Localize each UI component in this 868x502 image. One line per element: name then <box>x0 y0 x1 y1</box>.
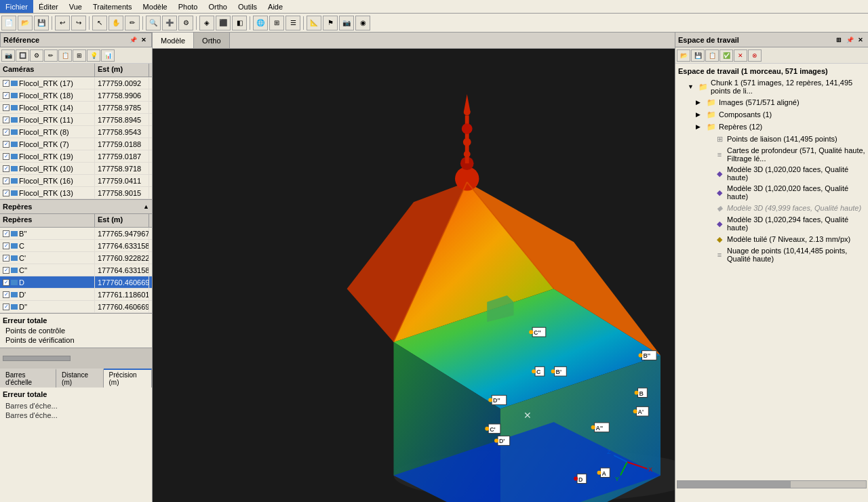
nuage-item[interactable]: ≡ Nuage de points (10,414,485 points, Qu… <box>677 245 867 264</box>
menu-fichier[interactable]: Fichier <box>0 0 33 13</box>
table-row[interactable]: Flocol_RTK (7) 177759.0188 <box>0 138 152 150</box>
menu-outils[interactable]: Outils <box>233 0 262 13</box>
ws-icon4[interactable]: ✅ <box>719 49 733 62</box>
ref-icon1[interactable]: 📷 <box>1 49 15 62</box>
view3d-btn[interactable]: ◈ <box>199 16 214 30</box>
checkbox[interactable] <box>3 92 9 99</box>
close-icon[interactable]: ✕ <box>139 35 149 45</box>
table-row[interactable]: Flocol_RTK (11) 177758.8945 <box>0 114 152 126</box>
checkbox[interactable] <box>3 230 9 237</box>
checkbox[interactable] <box>3 153 9 160</box>
workspace-close-icon[interactable]: ✕ <box>856 35 865 45</box>
images-item[interactable]: ▶ 📁 Images (571/571 aligné) <box>677 96 867 108</box>
ref-icon2[interactable]: 🔲 <box>16 49 29 62</box>
table-row[interactable]: C 177764.633158 <box>0 240 152 252</box>
globe-btn[interactable]: 🌐 <box>253 16 268 30</box>
menu-photo[interactable]: Photo <box>173 0 203 13</box>
checkbox[interactable] <box>3 255 9 262</box>
checkbox[interactable] <box>3 267 9 274</box>
menu-modele[interactable]: Modèle <box>138 0 173 13</box>
new-btn[interactable]: 📄 <box>1 16 16 30</box>
ws-icon3[interactable]: 📋 <box>705 49 719 62</box>
marker-btn[interactable]: ◉ <box>355 16 370 30</box>
photo-btn[interactable]: 📷 <box>339 16 354 30</box>
points-verification[interactable]: Points de vérification <box>3 335 149 345</box>
tab-modele[interactable]: Modèle <box>153 33 194 48</box>
viewport-content[interactable]: C'' B'' C B' D'' <box>153 49 675 502</box>
table-row[interactable]: Flocol_RTK (16) 177759.0411 <box>0 175 152 187</box>
checkbox[interactable] <box>3 129 9 135</box>
menu-ortho[interactable]: Ortho <box>203 0 233 13</box>
reperes-item[interactable]: ▶ 📁 Repères (12) <box>677 121 867 133</box>
right-scrollbar[interactable] <box>677 480 867 488</box>
pan-btn[interactable]: ➕ <box>162 16 177 30</box>
layers-btn[interactable]: ☰ <box>285 16 300 30</box>
modele3d-3-item[interactable]: ◆ Modèle 3D (49,999 faces, Qualité haute… <box>677 202 867 214</box>
modele3d-2-item[interactable]: ◆ Modèle 3D (1,020,020 faces, Qualité ha… <box>677 183 867 202</box>
ws-icon1[interactable]: 📂 <box>677 49 690 62</box>
checkbox[interactable] <box>3 104 9 111</box>
menu-editer[interactable]: Éditer <box>33 0 64 13</box>
table-row[interactable]: C'' 177764.633158 <box>0 264 152 276</box>
tab-barres-echelle[interactable]: Barres d'échelle <box>0 369 56 388</box>
checkbox[interactable] <box>3 243 9 249</box>
tab-precision[interactable]: Précision (m) <box>104 369 153 388</box>
right-scrollbar-thumb[interactable] <box>677 481 791 488</box>
checkbox[interactable] <box>3 291 9 298</box>
redo-btn[interactable]: ↪ <box>71 16 86 30</box>
table-row[interactable]: Flocol_RTK (19) 177759.0187 <box>0 150 152 163</box>
menu-aide[interactable]: Aide <box>262 0 288 13</box>
menu-vue[interactable]: Vue <box>64 0 87 13</box>
modele3d-4-item[interactable]: ◆ Modèle 3D (1,020,294 faces, Qualité ha… <box>677 214 867 233</box>
viewtop-btn[interactable]: ⬛ <box>216 16 231 30</box>
table-row[interactable]: B'' 177765.947967 <box>0 228 152 240</box>
ref-icon8[interactable]: 📊 <box>101 49 115 62</box>
checkbox[interactable] <box>3 165 9 172</box>
checkbox[interactable] <box>3 141 9 148</box>
table-row[interactable]: Flocol_RTK (14) 177758.9785 <box>0 102 152 114</box>
checkbox[interactable] <box>3 279 9 286</box>
table-row[interactable]: D' 177761.118601 <box>0 289 152 301</box>
tab-distance[interactable]: Distance (m) <box>56 369 103 388</box>
undo-btn[interactable]: ↩ <box>55 16 70 30</box>
filter-btn[interactable]: ⊞ <box>269 16 284 30</box>
ref-icon7[interactable]: 💡 <box>87 49 100 62</box>
pin-icon[interactable]: 📌 <box>128 35 138 45</box>
barres2[interactable]: Barres d'éche... <box>3 411 149 420</box>
ref-icon6[interactable]: ⊞ <box>73 49 86 62</box>
ws-icon6[interactable]: ⊗ <box>748 49 762 62</box>
points-controle[interactable]: Points de contrôle <box>3 326 149 335</box>
select-btn[interactable]: ↖ <box>92 16 107 30</box>
checkbox[interactable] <box>3 80 9 87</box>
table-row[interactable]: Flocol_RTK (18) 177758.9906 <box>0 89 152 102</box>
viewside-btn[interactable]: ◧ <box>232 16 247 30</box>
cartes-item[interactable]: ≡ Cartes de profondeur (571, Qualité hau… <box>677 145 867 164</box>
table-row[interactable]: Flocol_RTK (17) 177759.0092 <box>0 77 152 89</box>
ref-icon3[interactable]: ⚙ <box>30 49 43 62</box>
ref-icon5[interactable]: 📋 <box>58 49 72 62</box>
table-row[interactable]: Flocol_RTK (10) 177758.9718 <box>0 163 152 175</box>
zoom-btn[interactable]: 🔍 <box>146 16 161 30</box>
pencil-btn[interactable]: ✏ <box>125 16 140 30</box>
checkbox[interactable] <box>3 177 9 184</box>
modele3d-1-item[interactable]: ◆ Modèle 3D (1,020,020 faces, Qualité ha… <box>677 164 867 183</box>
table-row[interactable]: D'' 177760.460669 <box>0 301 152 313</box>
ws-icon2[interactable]: 💾 <box>691 49 705 62</box>
ref-icon4[interactable]: ✏ <box>44 49 58 62</box>
workspace-expand-icon[interactable]: ⊞ <box>834 35 844 45</box>
table-row[interactable]: Flocol_RTK (13) 177758.9015 <box>0 187 152 199</box>
checkbox[interactable] <box>3 304 9 310</box>
table-row[interactable]: C' 177760.922822 <box>0 252 152 264</box>
modele-tuile-item[interactable]: ◆ Modèle tuilé (7 Niveaux, 2.13 mm/px) <box>677 233 867 245</box>
rotate-btn[interactable]: ⚙ <box>178 16 193 30</box>
collapse-reperes-arrow[interactable]: ▲ <box>143 203 149 210</box>
checkbox[interactable] <box>3 117 9 123</box>
composants-item[interactable]: ▶ 📁 Composants (1) <box>677 108 867 121</box>
ws-icon5[interactable]: ✕ <box>734 49 747 62</box>
flag-btn[interactable]: ⚑ <box>323 16 338 30</box>
measure-btn[interactable]: 📐 <box>307 16 321 30</box>
open-btn[interactable]: 📂 <box>18 16 33 30</box>
checkbox[interactable] <box>3 190 9 196</box>
move-btn[interactable]: ✋ <box>108 16 123 30</box>
tab-ortho[interactable]: Ortho <box>194 33 230 48</box>
